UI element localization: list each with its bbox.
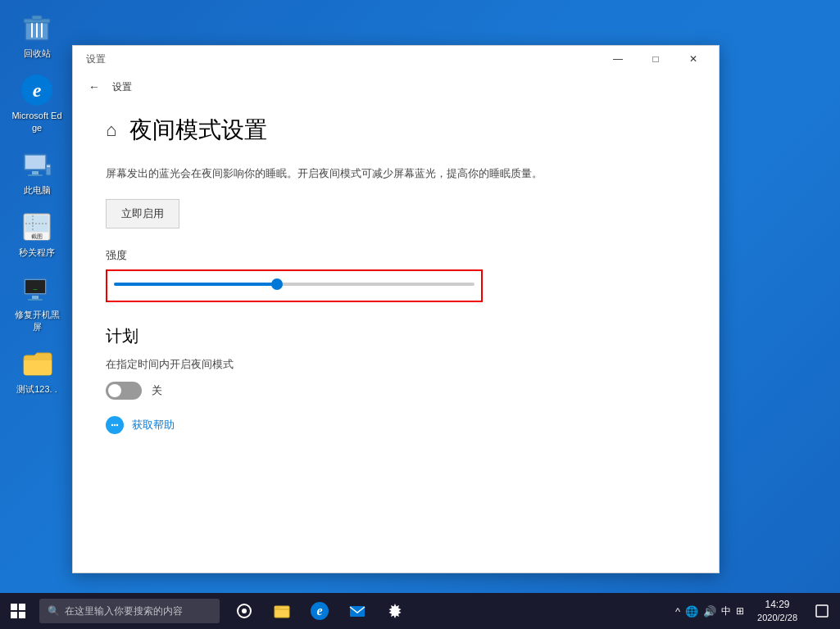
svg-text:_: _ (33, 283, 38, 290)
toggle-state-label: 关 (152, 383, 162, 398)
svg-text:截图: 截图 (31, 233, 43, 239)
test-folder-icon (20, 347, 53, 380)
taskbar-search-placeholder: 在这里输入你要搜索的内容 (65, 604, 183, 618)
svg-rect-9 (28, 174, 43, 176)
plan-section: 计划 在指定时间内开启夜间模式 关 (106, 325, 686, 400)
page-title: 夜间模式设置 (129, 115, 267, 146)
taskbar-search[interactable]: 🔍 在这里输入你要搜索的内容 (39, 599, 220, 623)
clock-date: 2020/2/28 (757, 612, 797, 624)
desktop-icon-fix[interactable]: _ 修复开机黑屏 (8, 269, 66, 336)
svg-point-25 (114, 424, 116, 426)
window-controls: — □ ✕ (599, 46, 712, 72)
intensity-slider[interactable] (114, 276, 474, 292)
svg-rect-2 (32, 16, 42, 20)
desktop: 回收站 e Microsoft Edge 此电脑 (0, 0, 840, 629)
svg-point-24 (111, 424, 113, 426)
maximize-button[interactable]: □ (637, 46, 674, 72)
help-chat-icon (106, 416, 124, 434)
desktop-icons: 回收站 e Microsoft Edge 此电脑 (8, 8, 66, 398)
input-icon[interactable]: ⊞ (736, 605, 744, 617)
desktop-icon-edge[interactable]: e Microsoft Edge (8, 70, 66, 137)
taskbar-search-icon: 🔍 (48, 605, 60, 617)
toggle-row: 关 (106, 382, 686, 400)
night-mode-toggle[interactable] (106, 382, 142, 400)
volume-icon[interactable]: 🔊 (703, 605, 716, 618)
plan-title: 计划 (106, 325, 686, 347)
network-icon[interactable]: 🌐 (685, 605, 698, 618)
intensity-slider-container (106, 269, 483, 302)
svg-rect-7 (25, 156, 45, 169)
edge-label: Microsoft Edge (11, 110, 62, 133)
settings-taskbar-button[interactable] (377, 593, 413, 629)
svg-rect-32 (816, 605, 828, 617)
this-pc-label: 此电脑 (24, 184, 51, 196)
taskbar: 🔍 在这里输入你要搜索的内容 e (0, 593, 840, 629)
svg-rect-20 (32, 296, 39, 299)
desktop-icon-recycle-bin[interactable]: 回收站 (8, 8, 66, 62)
minimize-button[interactable]: — (599, 46, 637, 72)
ime-icon[interactable]: 中 (721, 604, 731, 618)
window-titlebar: 设置 — □ ✕ (73, 46, 719, 72)
recycle-bin-icon (20, 11, 53, 44)
svg-rect-8 (32, 171, 39, 174)
window-nav: ← 设置 (73, 72, 719, 98)
desktop-icon-test[interactable]: 测试123. . (8, 344, 66, 398)
window-content: ⌂ 夜间模式设置 屏幕发出的蓝光会在夜间影响你的睡眠。开启夜间模式可减少屏幕蓝光… (73, 98, 719, 572)
page-header: ⌂ 夜间模式设置 (106, 115, 686, 146)
svg-rect-30 (350, 606, 365, 617)
recycle-bin-label: 回收站 (24, 48, 51, 59)
svg-point-28 (242, 609, 247, 613)
ai-indicator (342, 577, 378, 593)
svg-point-26 (116, 424, 118, 426)
page-description: 屏幕发出的蓝光会在夜间影响你的睡眠。开启夜间模式可减少屏幕蓝光，提高你的睡眠质量… (106, 165, 686, 183)
svg-rect-21 (28, 299, 43, 301)
help-row: 获取帮助 (106, 416, 686, 434)
plan-schedule-label: 在指定时间内开启夜间模式 (106, 357, 686, 372)
fix-label: 修复开机黑屏 (11, 309, 62, 333)
taskview-button[interactable] (226, 593, 262, 629)
file-explorer-button[interactable] (264, 593, 300, 629)
svg-rect-11 (47, 165, 50, 167)
help-link[interactable]: 获取帮助 (132, 418, 175, 432)
taskbar-clock[interactable]: 14:29 2020/2/28 (751, 593, 804, 629)
back-button[interactable]: ← (83, 75, 106, 98)
taskbar-right: ^ 🌐 🔊 中 ⊞ 14:29 2020/2/28 (669, 593, 840, 629)
fix-icon: _ (20, 273, 53, 305)
mail-button[interactable] (339, 593, 375, 629)
edge-taskbar-button[interactable]: e (302, 593, 338, 629)
this-pc-icon (20, 148, 53, 181)
close-button[interactable]: ✕ (674, 46, 712, 72)
edge-icon: e (20, 74, 53, 106)
window-title: 设置 (86, 52, 106, 66)
test-folder-label: 测试123. . (16, 383, 57, 395)
intensity-label: 强度 (106, 248, 686, 263)
home-icon: ⌂ (106, 120, 116, 141)
taskbar-apps: e (226, 593, 413, 629)
toggle-knob (108, 384, 121, 397)
settings-window: 设置 — □ ✕ ← 设置 ⌂ 夜间模式设置 屏幕发出的蓝光会在夜间影响你的睡眠… (72, 45, 720, 573)
notification-button[interactable] (804, 593, 840, 629)
clock-time: 14:29 (765, 598, 790, 612)
systray: ^ 🌐 🔊 中 ⊞ (669, 593, 751, 629)
start-button[interactable] (0, 593, 36, 629)
desktop-icon-this-pc[interactable]: 此电脑 (8, 145, 66, 199)
screenshot-icon: 截图 (20, 210, 53, 243)
windows-logo-icon (11, 604, 25, 618)
nav-title: 设置 (112, 80, 132, 94)
desktop-icon-screenshot[interactable]: 截图 秒关程序 (8, 207, 66, 261)
arrow-up-icon[interactable]: ^ (675, 605, 680, 618)
enable-button[interactable]: 立即启用 (106, 199, 179, 229)
screenshot-label: 秒关程序 (19, 247, 55, 258)
